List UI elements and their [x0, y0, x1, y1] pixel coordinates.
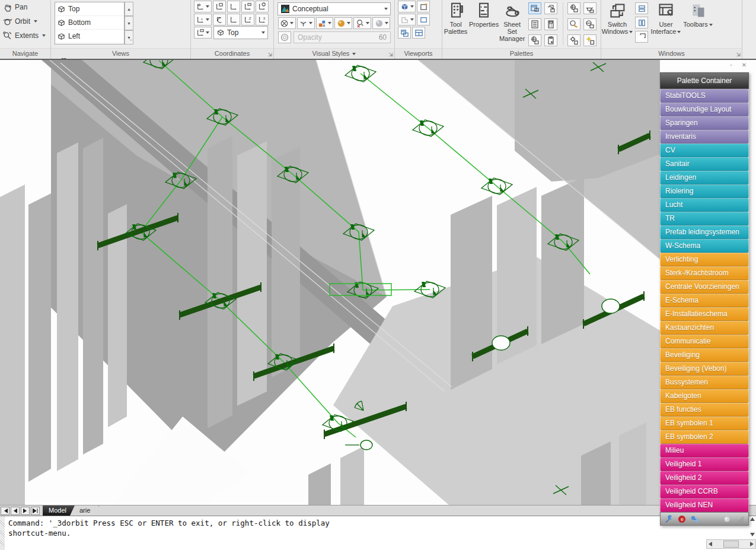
no-preview-button[interactable] — [353, 17, 371, 29]
designcenter-button[interactable] — [528, 2, 541, 14]
scroll-up-icon[interactable]: ▲ — [125, 2, 133, 16]
palette-item-e-schema[interactable]: E-Schema — [660, 294, 749, 307]
pan-button[interactable]: Pan — [0, 0, 50, 14]
palette-item-sterk-krachtstroom[interactable]: Sterk-/Krachtstroom — [660, 266, 749, 280]
wall-face[interactable] — [308, 463, 331, 505]
face-color-mode-button[interactable] — [316, 17, 334, 29]
ucs-tool-button[interactable] — [213, 14, 226, 26]
palette-item-centrale-voorzieningen[interactable]: Centrale Voorzieningen — [660, 280, 749, 294]
prev-tab-icon[interactable] — [11, 507, 20, 515]
render-presets-button[interactable] — [583, 18, 596, 30]
restore-window-icon[interactable]: ▫ — [726, 62, 736, 69]
command-vertical-scrollbar[interactable] — [748, 516, 756, 538]
tab-arie[interactable]: arie — [75, 506, 99, 516]
palette-item-veiligheid-2[interactable]: Veiligheid 2 — [660, 471, 749, 485]
sun-status-button[interactable] — [583, 34, 596, 46]
palette-item-riolering[interactable]: Riolering — [660, 185, 749, 198]
palette-item-communicatie[interactable]: Communicatie — [660, 335, 749, 348]
visual-style-combo[interactable]: Conceptual — [277, 2, 391, 15]
wall-face[interactable] — [541, 177, 584, 344]
palette-item-veiligheid-ccrb[interactable]: Veiligheid CCRB — [660, 485, 749, 498]
tool-palettes-button[interactable]: ToolPalettes — [442, 0, 469, 46]
viewport-layout-button[interactable] — [412, 27, 425, 39]
ucs-tool-button[interactable] — [227, 14, 240, 26]
wiring-line[interactable] — [363, 290, 430, 290]
command-line-window[interactable]: Command: '_3dorbit Press ESC or ENTER to… — [0, 516, 756, 550]
viewport-rect-button[interactable] — [417, 14, 430, 26]
first-tab-icon[interactable] — [1, 507, 9, 515]
new-viewport-button[interactable]: ✶ — [417, 1, 430, 12]
resize-grip-icon[interactable] — [735, 514, 745, 524]
palette-item-inventaris[interactable]: Inventaris — [660, 130, 749, 144]
last-tab-icon[interactable] — [31, 507, 40, 515]
ucs-tool-button[interactable] — [194, 1, 212, 12]
palette-item-veiligheid-1[interactable]: Veiligheid 1 — [660, 457, 749, 471]
fixture-flag[interactable] — [432, 129, 435, 133]
command-horizontal-scrollbar[interactable] — [706, 539, 756, 549]
scroll-down-icon[interactable]: ▼ — [125, 16, 133, 30]
materials-browser-button[interactable] — [567, 2, 580, 14]
wall-face[interactable] — [237, 141, 267, 406]
tile-vertically-button[interactable] — [635, 17, 648, 28]
wall-face[interactable] — [451, 196, 492, 390]
wall-face[interactable] — [57, 142, 78, 471]
palette-item-leidingen[interactable]: Leidingen — [660, 171, 749, 185]
next-tab-icon[interactable] — [21, 507, 30, 515]
palette-item-eb-symbolen-1[interactable]: EB symbolen 1 — [660, 417, 749, 430]
view-list-item-bottom[interactable]: Bottom — [55, 16, 124, 30]
wall-face[interactable] — [0, 185, 25, 505]
palette-item-veiligheid-nen[interactable]: Veiligheid NEN — [660, 498, 749, 512]
ucs-tool-button[interactable]: 3 — [256, 14, 269, 26]
tab-model[interactable]: Model — [43, 506, 75, 516]
palette-item-prefab-leidingsystemen[interactable]: Prefab leidingsystemen — [660, 225, 749, 239]
tile-horizontally-button[interactable] — [635, 2, 648, 14]
scroll-down-icon[interactable] — [750, 533, 755, 536]
drawing-canvas[interactable]: ▫ ✕ — [0, 60, 756, 505]
view-list-scrollbar[interactable]: ▲ ▼ ▼̲ — [125, 2, 133, 44]
shaded-edges-button[interactable] — [297, 17, 315, 29]
palette-item-beveiliging-vebon-[interactable]: Beveiliging (Vebon) — [660, 362, 749, 376]
opacity-slider[interactable]: Opacity 60 — [294, 31, 391, 43]
external-references-button[interactable] — [544, 2, 557, 14]
palette-item-cv[interactable]: CV — [660, 144, 749, 157]
windows-dialog-launcher-icon[interactable]: ⇲ — [736, 52, 741, 58]
visual-styles-dialog-launcher-icon[interactable]: ⇲ — [388, 52, 393, 58]
palette-item-kabelgoten[interactable]: Kabelgoten — [660, 389, 749, 403]
join-viewports-button[interactable] — [398, 14, 416, 26]
named-ucs-combo[interactable]: Top — [213, 26, 268, 39]
sheet-list-button[interactable] — [528, 18, 541, 30]
palette-item-kastaanzichten[interactable]: Kastaanzichten — [660, 321, 749, 335]
scroll-right-icon[interactable] — [750, 542, 754, 546]
ucs-tool-button[interactable] — [241, 1, 254, 12]
extents-button[interactable]: Extents — [0, 28, 50, 43]
red-badge-icon[interactable]: e — [677, 514, 687, 524]
wall-face[interactable] — [28, 193, 51, 482]
command-window-grip[interactable] — [0, 516, 5, 550]
palette-item-tr[interactable]: TR — [660, 212, 749, 225]
scroll-up-icon[interactable] — [750, 517, 755, 521]
cascade-button[interactable] — [635, 31, 648, 43]
sheet-set-manager-button[interactable]: Sheet SetManager — [499, 0, 525, 46]
opacity-toggle-button[interactable] — [278, 31, 291, 43]
fixture-flag[interactable] — [500, 187, 504, 192]
palette-item-eb-functies[interactable]: EB functies — [660, 403, 749, 417]
view-list[interactable]: TopBottomLeft — [55, 2, 125, 44]
sphere-material-button[interactable] — [372, 17, 390, 29]
lamp-circle-symbol[interactable] — [361, 440, 372, 450]
palette-item-bouwkundige-layout[interactable]: Bouwkundige Layout — [660, 103, 749, 116]
wall-face[interactable] — [619, 422, 646, 505]
fixture-flag[interactable] — [364, 74, 368, 79]
user-interface-button[interactable]: UserInterface — [650, 0, 682, 46]
scroll-left-icon[interactable] — [709, 542, 712, 546]
switch-windows-button[interactable]: SwitchWindows — [601, 0, 633, 46]
wall-face[interactable] — [340, 446, 364, 505]
lamp-circle-symbol[interactable] — [492, 336, 510, 350]
palette-item-sanitair[interactable]: Sanitair — [660, 157, 749, 171]
ucs-tool-button[interactable]: x — [194, 14, 212, 26]
palette-container-title[interactable]: Palette Container — [660, 72, 749, 89]
scroll-end-icon[interactable]: ▼̲ — [125, 30, 133, 44]
orbit-button[interactable]: Orbit — [0, 14, 50, 28]
network-icon[interactable] — [690, 514, 700, 524]
ucs-tool-button[interactable] — [227, 1, 240, 12]
viewport-3d-scene[interactable] — [0, 60, 756, 505]
